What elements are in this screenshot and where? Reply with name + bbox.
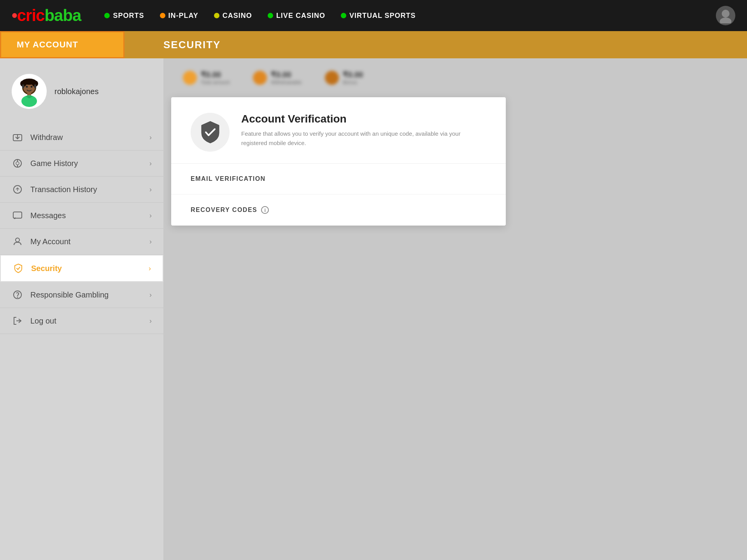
- shield-circle: [191, 113, 230, 152]
- nav-links: SPORTS IN-PLAY CASINO LIVE CASINO VIRTUA…: [104, 12, 716, 20]
- sidebar: roblokajones Withdraw ›: [0, 58, 163, 560]
- casino-dot: [214, 13, 219, 18]
- chevron-icon: ›: [149, 291, 152, 299]
- svg-point-0: [722, 10, 729, 18]
- svg-point-16: [16, 162, 19, 165]
- chevron-icon: ›: [149, 238, 152, 246]
- sidebar-label-withdraw: Withdraw: [30, 133, 142, 142]
- balance-item-total: ₹0.00 Total amount: [183, 70, 230, 85]
- sports-label: SPORTS: [113, 12, 144, 20]
- balance-amount-bonus: ₹0.00: [343, 70, 363, 79]
- balance-label-bonus: Bonus: [343, 79, 363, 85]
- sidebar-item-security[interactable]: Security ›: [0, 255, 163, 282]
- balance-label-total: Total amount: [201, 79, 230, 85]
- logo[interactable]: •cricbaba: [12, 6, 81, 25]
- balance-icon-withdrawable: [253, 71, 267, 85]
- logout-icon: [12, 315, 23, 327]
- sidebar-item-responsible-gambling[interactable]: Responsible Gambling ›: [0, 282, 163, 308]
- virtualsports-dot: [341, 13, 346, 18]
- recovery-codes-section[interactable]: RECOVERY CODES i: [171, 194, 506, 226]
- balance-item-withdrawable: ₹0.00 Withdrawable: [253, 70, 302, 85]
- sidebar-item-withdraw[interactable]: Withdraw ›: [0, 124, 163, 150]
- user-area[interactable]: [716, 6, 735, 25]
- sidebar-label-security: Security: [31, 264, 142, 273]
- nav-livecasino[interactable]: LIVE CASINO: [268, 12, 325, 20]
- secondary-nav: MY ACCOUNT SECURITY: [0, 31, 747, 58]
- sidebar-menu: Withdraw › Game History ›: [0, 124, 163, 334]
- my-account-label: MY ACCOUNT: [17, 40, 78, 50]
- username: roblokajones: [54, 87, 98, 96]
- balance-icon-bonus: [325, 71, 339, 85]
- account-verification-section: Account Verification Feature that allows…: [171, 97, 506, 164]
- balance-item-bonus: ₹0.00 Bonus: [325, 70, 363, 85]
- sports-dot: [104, 13, 110, 18]
- top-navigation: •cricbaba SPORTS IN-PLAY CASINO LIVE CAS…: [0, 0, 747, 31]
- livecasino-dot: [268, 13, 273, 18]
- email-verification-section[interactable]: EMAIL VERIFICATION: [171, 164, 506, 194]
- sidebar-label-logout: Log out: [30, 317, 142, 326]
- svg-rect-21: [13, 212, 22, 218]
- chevron-icon: ›: [149, 159, 152, 168]
- sidebar-item-game-history[interactable]: Game History ›: [0, 150, 163, 177]
- nav-sports[interactable]: SPORTS: [104, 12, 144, 20]
- logo-cric: cric: [17, 6, 45, 24]
- my-account-button[interactable]: MY ACCOUNT: [0, 31, 124, 58]
- chevron-icon: ›: [149, 133, 152, 142]
- sidebar-item-messages[interactable]: Messages ›: [0, 203, 163, 229]
- user-avatar-small: [716, 6, 735, 25]
- nav-casino[interactable]: CASINO: [214, 12, 252, 20]
- shield-verified-icon: [200, 121, 221, 144]
- svg-point-8: [31, 86, 33, 88]
- sidebar-label-messages: Messages: [30, 211, 142, 220]
- sidebar-label-responsible-gambling: Responsible Gambling: [30, 290, 142, 299]
- content-area: ₹0.00 Total amount ₹0.00 Withdrawable ₹0…: [163, 58, 747, 560]
- responsible-icon: [12, 289, 23, 301]
- nav-inplay[interactable]: IN-PLAY: [160, 12, 198, 20]
- chevron-icon: ›: [149, 212, 152, 220]
- chevron-icon: ›: [149, 317, 152, 325]
- verification-title: Account Verification: [241, 113, 486, 125]
- nav-virtualsports[interactable]: VIRTUAL SPORTS: [341, 12, 416, 20]
- sidebar-item-transaction-history[interactable]: Transaction History ›: [0, 177, 163, 203]
- avatar-icon: [718, 8, 733, 23]
- account-icon: [12, 236, 23, 247]
- chevron-icon: ›: [149, 186, 152, 194]
- svg-point-1: [720, 18, 731, 23]
- logo-baba: baba: [44, 6, 81, 24]
- game-history-icon: [12, 158, 23, 169]
- inplay-dot: [160, 13, 165, 18]
- info-icon[interactable]: i: [261, 206, 269, 214]
- email-verification-label: EMAIL VERIFICATION: [191, 175, 266, 182]
- main-layout: roblokajones Withdraw ›: [0, 58, 747, 560]
- balance-icon-total: [183, 71, 197, 85]
- balance-amount-total: ₹0.00: [201, 70, 230, 79]
- balance-amount-withdrawable: ₹0.00: [271, 70, 302, 79]
- svg-point-24: [17, 297, 18, 298]
- sidebar-item-my-account[interactable]: My Account ›: [0, 229, 163, 255]
- balance-label-withdrawable: Withdrawable: [271, 79, 302, 85]
- logo-dot: •: [12, 6, 17, 24]
- security-icon: [12, 262, 24, 274]
- transaction-icon: [12, 184, 23, 195]
- withdraw-icon: [12, 131, 23, 143]
- avatar: [12, 74, 47, 109]
- svg-point-7: [26, 86, 28, 88]
- sidebar-item-logout[interactable]: Log out ›: [0, 308, 163, 334]
- profile-section: roblokajones: [0, 66, 163, 121]
- info-symbol: i: [264, 207, 266, 213]
- livecasino-label: LIVE CASINO: [276, 12, 325, 20]
- recovery-codes-label: RECOVERY CODES: [191, 206, 257, 214]
- svg-rect-9: [22, 84, 24, 88]
- sidebar-label-my-account: My Account: [30, 237, 142, 246]
- verification-description: Feature that allows you to verify your a…: [241, 129, 486, 148]
- svg-rect-10: [34, 84, 36, 88]
- inplay-label: IN-PLAY: [168, 12, 198, 20]
- logo-text: •cricbaba: [12, 6, 81, 25]
- virtualsports-label: VIRTUAL SPORTS: [349, 12, 416, 20]
- sidebar-label-transaction-history: Transaction History: [30, 185, 142, 194]
- security-panel: Account Verification Feature that allows…: [171, 97, 506, 226]
- sidebar-label-game-history: Game History: [30, 159, 142, 168]
- messages-icon: [12, 210, 23, 221]
- casino-label: CASINO: [223, 12, 252, 20]
- avatar-svg: [14, 76, 45, 107]
